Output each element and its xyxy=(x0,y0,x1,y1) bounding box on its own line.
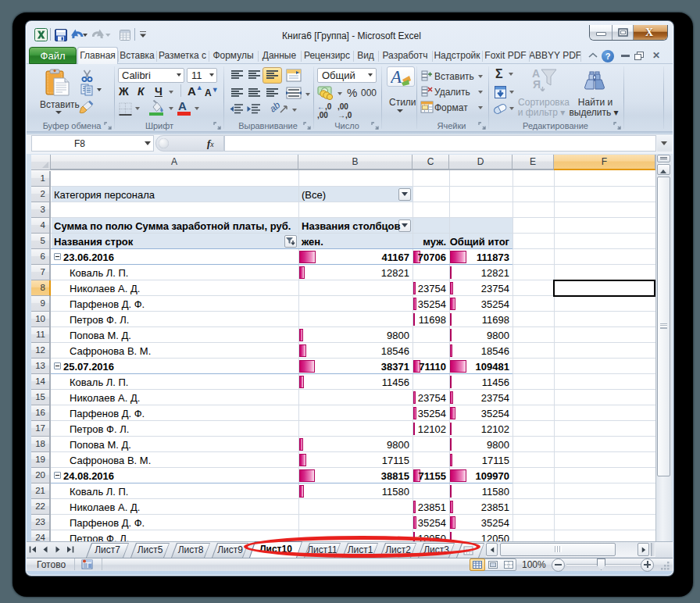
svg-text:A: A xyxy=(391,67,402,87)
svg-text:Я: Я xyxy=(533,78,541,91)
